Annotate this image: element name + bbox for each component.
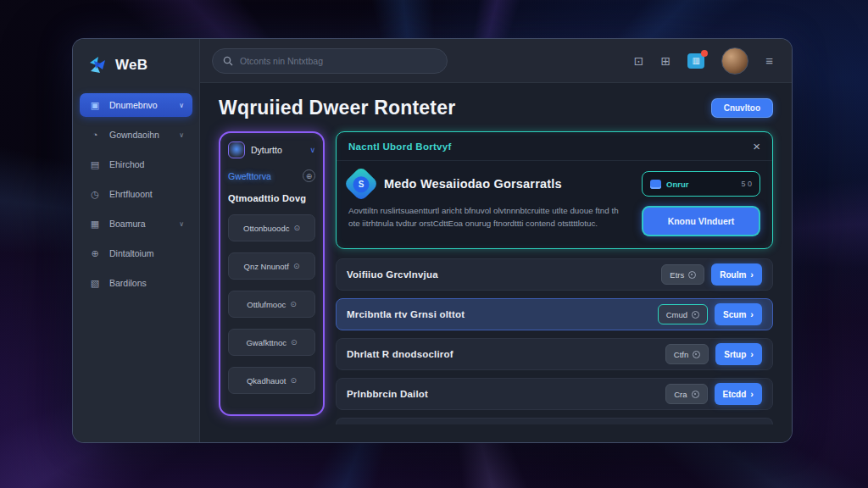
- filter-panel: Dyturtto ∨ Gwefttorva ⊕ Qtmoadttio Dovg …: [219, 131, 325, 416]
- frame-icon[interactable]: ⊡: [634, 55, 644, 67]
- row-secondary-label: Cra: [674, 390, 687, 399]
- list-column: Nacntl Ubord Bortvyf × S Medo Wesaiiodao…: [336, 131, 773, 442]
- panel-button[interactable]: Ottlufmooc ⊙: [228, 291, 315, 318]
- sidebar-item[interactable]: ◷ Ehrtfluoont: [80, 182, 192, 206]
- row-secondary-button[interactable]: Ctfn: [665, 344, 709, 364]
- sidebar-nav: ▣ Dnumebnvo ∨ ◔ Gowndaoihn ∨ ▤ Ehirchod …: [73, 93, 199, 295]
- circle-dot-icon: ⊙: [291, 338, 298, 347]
- row-primary-label: Roulm: [720, 270, 746, 280]
- list-row[interactable]: Prlnbbrcin Dailot Cra Etcdd ›: [336, 378, 773, 410]
- sidebar-item-label: Ehrtfluoont: [109, 189, 153, 199]
- menu-icon[interactable]: ≡: [765, 54, 773, 67]
- panel-dropdown-label: Dyturtto: [251, 145, 282, 155]
- row-secondary-button[interactable]: Cmud: [658, 304, 708, 324]
- sidebar-item-label: Dintaltoium: [109, 248, 154, 258]
- banner-pill-button[interactable]: Onrur 5 0: [642, 171, 760, 197]
- sidebar-item-icon: ◷: [88, 189, 102, 200]
- circle-dot-icon: ⊙: [293, 262, 300, 270]
- panel-button-label: Ottonbuoodc: [243, 224, 289, 233]
- banner-cta-button[interactable]: Knonu Vlnduert: [642, 206, 760, 236]
- banner-pill-count: 5 0: [741, 180, 752, 188]
- chevron-down-icon: ∨: [179, 220, 184, 228]
- notification-banner: Nacntl Ubord Bortvyf × S Medo Wesaiiodao…: [336, 131, 773, 249]
- row-primary-button[interactable]: Scum ›: [715, 303, 762, 325]
- chevron-right-icon: ›: [750, 350, 754, 359]
- sidebar-item-icon: ◔: [88, 130, 102, 140]
- row-label: Prlnbbrcin Dailot: [347, 389, 428, 399]
- sidebar-item[interactable]: ▦ Boamura ∨: [80, 212, 192, 236]
- page-title: Wqruiied Dweer Ronteter: [219, 97, 455, 119]
- panel-button-label: Ottlufmooc: [247, 300, 286, 309]
- row-primary-button[interactable]: Srtup ›: [715, 343, 762, 365]
- row-secondary-label: Ctfn: [674, 350, 688, 359]
- sidebar-item-label: Ehirchod: [109, 159, 144, 169]
- panel-button[interactable]: Ottonbuoodc ⊙: [228, 214, 315, 241]
- sidebar-item-icon: ⊕: [88, 248, 102, 259]
- row-primary-label: Srtup: [724, 350, 746, 359]
- topbar-actions: ⊡ ⊞ ▥ ≡: [634, 47, 773, 75]
- banner-title: Nacntl Ubord Bortvyf: [348, 141, 452, 152]
- chevron-down-icon: ∨: [179, 131, 184, 139]
- logo-icon: [86, 54, 108, 76]
- search-input[interactable]: [240, 56, 437, 66]
- row-label: Dhrlatt R dnodsoclirof: [347, 349, 453, 359]
- row-secondary-button[interactable]: Etrs: [661, 264, 704, 285]
- banner-left: S Medo Wesaiiodao Gorsarratls Aovttiltn …: [348, 171, 630, 236]
- sidebar-item[interactable]: ▤ Ehirchod: [80, 152, 192, 176]
- banner-header: Nacntl Ubord Bortvyf ×: [337, 132, 772, 161]
- list-row[interactable]: Mrcibntla rtv Grnsi olttot Cmud Scum ›: [336, 298, 773, 330]
- row-primary-button[interactable]: Etcdd ›: [715, 383, 762, 405]
- sidebar-item[interactable]: ◔ Gowndaoihn ∨: [80, 123, 192, 147]
- printer-icon: [650, 180, 661, 189]
- banner-pill-label: Onrur: [666, 180, 688, 189]
- plus-circle-icon: ⊕: [303, 169, 315, 182]
- sidebar-item-label: Gowndaoihn: [109, 130, 159, 140]
- logo: WeB: [73, 49, 199, 80]
- search-bar[interactable]: [212, 48, 448, 74]
- panel-button-label: Qkadhauot: [247, 376, 286, 385]
- circle-dot-icon: ⊙: [293, 224, 300, 232]
- banner-body: S Medo Wesaiiodao Gorsarratls Aovttiltn …: [337, 161, 772, 248]
- sidebar-item[interactable]: ▧ Bardilons: [80, 271, 192, 295]
- list-row[interactable]: Voifiiuo Grcvlnvjua Etrs Roulm ›: [336, 258, 773, 291]
- chevron-right-icon: ›: [750, 390, 754, 399]
- list-row[interactable]: Dhrlatt R dnodsoclirof Ctfn Srtup ›: [336, 338, 773, 370]
- folder-icon[interactable]: ⊞: [661, 55, 671, 67]
- panel-dropdown[interactable]: Dyturtto ∨: [228, 141, 315, 158]
- notification-dot: [701, 50, 708, 57]
- gear-icon: [688, 271, 696, 279]
- row-label: Voifiiuo Grcvlnvjua: [347, 269, 438, 280]
- panel-button[interactable]: Gwafkttnoc ⊙: [228, 329, 315, 356]
- notifications-icon[interactable]: ▥: [687, 53, 704, 69]
- gear-icon: [693, 351, 700, 358]
- row-primary-button[interactable]: Roulm ›: [711, 263, 762, 286]
- list-row-partial: [336, 418, 773, 424]
- avatar[interactable]: [721, 47, 748, 75]
- sidebar-item-icon: ▤: [88, 159, 102, 170]
- row-secondary-button[interactable]: Cra: [665, 384, 707, 404]
- app-window: WeB ▣ Dnumebnvo ∨ ◔ Gowndaoihn ∨ ▤ Ehirc…: [72, 38, 793, 443]
- header-action-button[interactable]: Cnuvltoo: [711, 98, 773, 118]
- sidebar-item[interactable]: ▣ Dnumebnvo ∨: [80, 93, 192, 117]
- close-icon[interactable]: ×: [753, 140, 760, 152]
- chevron-down-icon: ∨: [309, 146, 315, 154]
- panel-link[interactable]: Gwefttorva ⊕: [228, 169, 315, 182]
- panel-subtitle: Qtmoadttio Dovg: [228, 193, 315, 203]
- panel-link-label: Gwefttorva: [228, 171, 271, 181]
- panel-button-label: Qnz Nnunotf: [244, 262, 289, 271]
- sidebar-item-label: Boamura: [109, 219, 146, 229]
- banner-heading: Medo Wesaiiodao Gorsarratls: [384, 177, 562, 191]
- sidebar-item[interactable]: ⊕ Dintaltoium: [80, 241, 192, 265]
- sidebar-item-label: Dnumebnvo: [109, 100, 158, 110]
- sidebar: WeB ▣ Dnumebnvo ∨ ◔ Gowndaoihn ∨ ▤ Ehirc…: [73, 39, 200, 442]
- circle-dot-icon: ⊙: [290, 300, 297, 308]
- panel-button[interactable]: Qnz Nnunotf ⊙: [228, 252, 315, 280]
- panel-button[interactable]: Qkadhauot ⊙: [228, 367, 315, 394]
- row-secondary-label: Etrs: [670, 270, 684, 280]
- row-primary-label: Etcdd: [723, 390, 747, 399]
- search-icon: [223, 56, 233, 66]
- badge-glyph: ▥: [693, 56, 700, 65]
- user-icon: [228, 141, 245, 158]
- sidebar-item-icon: ▧: [88, 278, 102, 289]
- banner-actions: Onrur 5 0 Knonu Vlnduert: [642, 171, 760, 236]
